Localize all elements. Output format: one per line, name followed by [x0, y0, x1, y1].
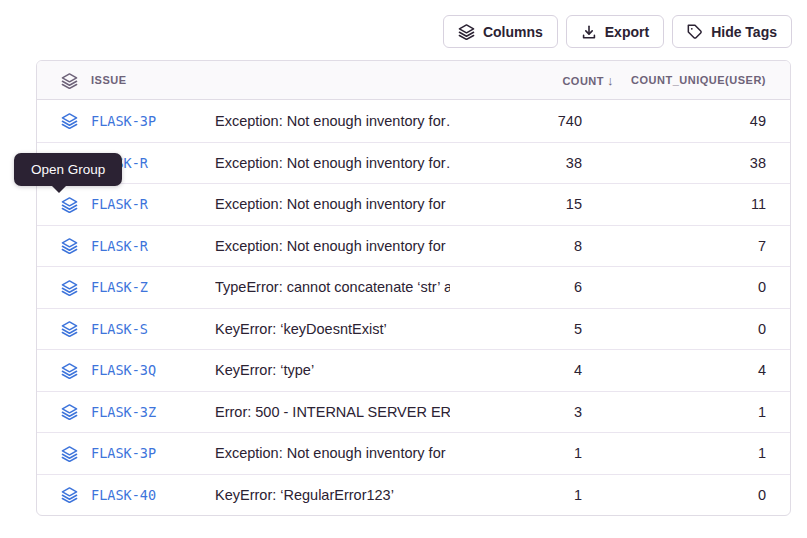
header-count-label: COUNT [562, 75, 604, 87]
issue-cell: FLASK-R [37, 237, 215, 254]
issue-title: Exception: Not enough inventory for n… [215, 238, 450, 254]
count-unique-value: 1 [620, 404, 790, 420]
table-row: FLASK-R Exception: Not enough inventory … [37, 183, 790, 225]
header-count-unique[interactable]: COUNT_UNIQUE(USER) [620, 74, 790, 86]
count-unique-value: 4 [620, 362, 790, 378]
issue-link[interactable]: FLASK-3Z [91, 404, 156, 420]
count-unique-value: 0 [620, 487, 790, 503]
issue-link[interactable]: FLASK-R [91, 196, 148, 212]
open-group-icon[interactable] [61, 320, 78, 337]
issue-title: Error: 500 - INTERNAL SERVER ERROR [215, 404, 450, 420]
issue-cell: FLASK-3Z [37, 403, 215, 420]
tag-icon [687, 24, 703, 40]
count-unique-value: 49 [620, 113, 790, 129]
table-row: FLASK-3Z Error: 500 - INTERNAL SERVER ER… [37, 391, 790, 433]
open-group-tooltip: Open Group [14, 153, 122, 186]
count-unique-value: 11 [620, 196, 790, 212]
issue-title: TypeError: cannot concatenate ‘str’ an… [215, 279, 450, 295]
open-group-icon[interactable] [61, 196, 78, 213]
columns-button[interactable]: Columns [443, 15, 558, 48]
count-unique-value: 7 [620, 238, 790, 254]
issue-link[interactable]: FLASK-3Q [91, 362, 156, 378]
stack-icon [458, 23, 475, 40]
count-value: 15 [450, 196, 620, 212]
table-row: FLASK-R Exception: Not enough inventory … [37, 142, 790, 184]
issue-cell: FLASK-S [37, 320, 215, 337]
results-table: ISSUE COUNT↓ COUNT_UNIQUE(USER) FLASK-3P… [36, 60, 791, 516]
table-body: FLASK-3P Exception: Not enough inventory… [37, 100, 790, 515]
count-value: 8 [450, 238, 620, 254]
issue-title: Exception: Not enough inventory for… [215, 155, 450, 171]
header-issue-label: ISSUE [91, 74, 127, 86]
issue-link[interactable]: FLASK-Z [91, 279, 148, 295]
count-unique-value: 38 [620, 155, 790, 171]
count-value: 1 [450, 445, 620, 461]
open-group-icon[interactable] [61, 279, 78, 296]
hide-tags-button[interactable]: Hide Tags [672, 15, 792, 48]
table-row: FLASK-3P Exception: Not enough inventory… [37, 100, 790, 142]
header-count[interactable]: COUNT↓ [450, 73, 620, 88]
issue-link[interactable]: FLASK-R [91, 238, 148, 254]
table-row: FLASK-S KeyError: ‘keyDoesntExist’ 5 0 [37, 308, 790, 350]
table-header-row: ISSUE COUNT↓ COUNT_UNIQUE(USER) [37, 61, 790, 100]
stack-icon [61, 72, 78, 89]
sort-desc-icon: ↓ [607, 73, 614, 88]
open-group-icon[interactable] [61, 486, 78, 503]
issue-link[interactable]: FLASK-S [91, 321, 148, 337]
table-row: FLASK-Z TypeError: cannot concatenate ‘s… [37, 266, 790, 308]
count-value: 3 [450, 404, 620, 420]
count-value: 6 [450, 279, 620, 295]
issue-cell: FLASK-R [37, 196, 215, 213]
issue-cell: FLASK-3P [37, 112, 215, 129]
issue-link[interactable]: FLASK-3P [91, 445, 156, 461]
download-icon [581, 24, 597, 40]
columns-button-label: Columns [483, 24, 543, 40]
open-group-tooltip-label: Open Group [31, 162, 105, 177]
count-unique-value: 0 [620, 279, 790, 295]
open-group-icon[interactable] [61, 362, 78, 379]
count-unique-value: 0 [620, 321, 790, 337]
issue-cell: FLASK-3Q [37, 362, 215, 379]
header-issue[interactable]: ISSUE [37, 72, 215, 89]
open-group-icon[interactable] [61, 112, 78, 129]
count-value: 38 [450, 155, 620, 171]
issue-title: KeyError: ‘type’ [215, 362, 450, 378]
table-row: FLASK-3Q KeyError: ‘type’ 4 4 [37, 349, 790, 391]
export-button[interactable]: Export [566, 15, 664, 48]
table-row: FLASK-R Exception: Not enough inventory … [37, 225, 790, 267]
count-value: 5 [450, 321, 620, 337]
issue-title: Exception: Not enough inventory for… [215, 113, 450, 129]
issue-cell: FLASK-3P [37, 445, 215, 462]
count-value: 4 [450, 362, 620, 378]
tooltip-arrow [52, 186, 66, 193]
count-unique-value: 1 [620, 445, 790, 461]
export-button-label: Export [605, 24, 649, 40]
issue-title: KeyError: ‘keyDoesntExist’ [215, 321, 450, 337]
issue-title: Exception: Not enough inventory for n… [215, 445, 450, 461]
issue-title: Exception: Not enough inventory for h… [215, 196, 450, 212]
issue-cell: FLASK-Z [37, 279, 215, 296]
table-row: FLASK-40 KeyError: ‘RegularError123’ 1 0 [37, 474, 790, 516]
open-group-icon[interactable] [61, 445, 78, 462]
open-group-icon[interactable] [61, 237, 78, 254]
table-actions-toolbar: Columns Export Hide Tags [443, 15, 792, 48]
open-group-icon[interactable] [61, 403, 78, 420]
count-value: 1 [450, 487, 620, 503]
table-row: FLASK-3P Exception: Not enough inventory… [37, 432, 790, 474]
issue-title: KeyError: ‘RegularError123’ [215, 487, 450, 503]
issue-cell: FLASK-40 [37, 486, 215, 503]
header-count-unique-label: COUNT_UNIQUE(USER) [631, 74, 766, 86]
count-value: 740 [450, 113, 620, 129]
issue-link[interactable]: FLASK-3P [91, 113, 156, 129]
issue-link[interactable]: FLASK-40 [91, 487, 156, 503]
hide-tags-button-label: Hide Tags [711, 24, 777, 40]
